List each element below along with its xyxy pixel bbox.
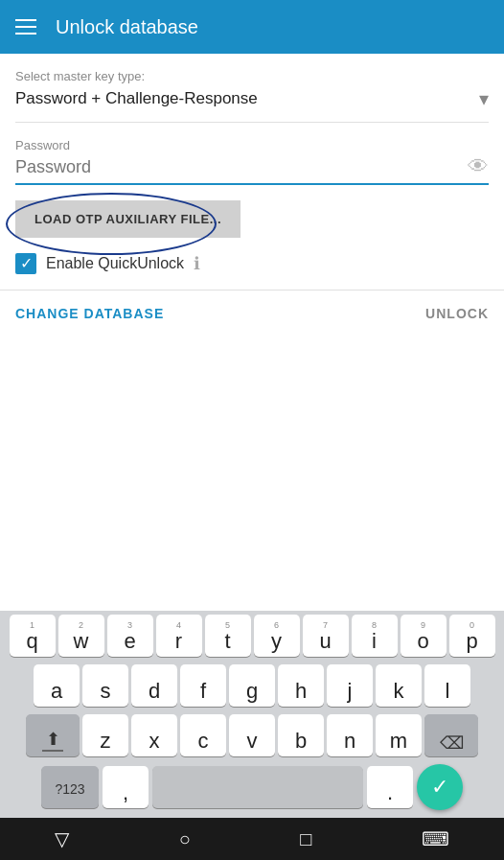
- top-bar: Unlock database: [0, 0, 504, 54]
- key-z[interactable]: z: [82, 714, 128, 756]
- keyboard-row-3: ⬆ z x c v b n m ⌫: [0, 710, 504, 760]
- key-g[interactable]: g: [229, 664, 275, 707]
- change-database-button[interactable]: CHANGE DATABASE: [15, 306, 164, 321]
- key-p[interactable]: 0p: [449, 615, 495, 657]
- key-x[interactable]: x: [131, 714, 177, 756]
- key-o[interactable]: 9o: [401, 615, 447, 657]
- key-r[interactable]: 4r: [156, 615, 202, 657]
- unlock-button[interactable]: UNLOCK: [425, 306, 489, 321]
- otp-auxiliary-file-button[interactable]: LOAD OTP AUXILIARY FILE...: [15, 200, 241, 238]
- keyboard-row-2: a s d f g h j k l: [0, 661, 504, 710]
- nav-bar: ▽ ○ □ ⌨: [0, 818, 504, 860]
- key-y[interactable]: 6y: [254, 615, 300, 657]
- key-u[interactable]: 7u: [303, 615, 349, 657]
- comma-key[interactable]: ,: [103, 766, 149, 808]
- backspace-key[interactable]: ⌫: [424, 714, 478, 756]
- quickunlock-row: ✓ Enable QuickUnlock ℹ: [15, 253, 489, 274]
- key-h[interactable]: h: [278, 664, 324, 707]
- master-key-label: Select master key type:: [15, 54, 489, 87]
- key-c[interactable]: c: [180, 714, 226, 756]
- key-l[interactable]: l: [424, 664, 470, 707]
- key-j[interactable]: j: [327, 664, 373, 707]
- nav-keyboard-icon[interactable]: ⌨: [422, 827, 449, 850]
- action-row: CHANGE DATABASE UNLOCK: [15, 291, 489, 337]
- shift-key[interactable]: ⬆: [26, 714, 80, 756]
- num-sym-key[interactable]: ?123: [41, 766, 99, 808]
- key-b[interactable]: b: [278, 714, 324, 756]
- nav-home-icon[interactable]: ○: [179, 828, 191, 850]
- key-w[interactable]: 2w: [58, 615, 104, 657]
- quickunlock-checkbox[interactable]: ✓: [15, 253, 36, 274]
- key-t[interactable]: 5t: [205, 615, 251, 657]
- main-content: Select master key type: Password + Chall…: [0, 54, 504, 337]
- key-e[interactable]: 3e: [107, 615, 153, 657]
- keyboard: 1q 2w 3e 4r 5t 6y 7u 8i 9o 0p a s d f g …: [0, 611, 504, 818]
- keyboard-row-4: ?123 , . ✓: [0, 760, 504, 818]
- checkbox-check-icon: ✓: [20, 256, 33, 271]
- key-k[interactable]: k: [376, 664, 422, 707]
- master-key-value: Password + Challenge-Response: [15, 89, 258, 108]
- master-key-dropdown[interactable]: Password + Challenge-Response ▾: [15, 87, 489, 123]
- key-f[interactable]: f: [180, 664, 226, 707]
- key-i[interactable]: 8i: [352, 615, 398, 657]
- nav-recents-icon[interactable]: □: [300, 828, 311, 850]
- eye-icon[interactable]: 👁: [468, 154, 489, 179]
- password-input[interactable]: [15, 157, 468, 177]
- info-icon[interactable]: ℹ: [194, 253, 200, 274]
- password-section: Password 👁: [15, 123, 489, 185]
- key-d[interactable]: d: [131, 664, 177, 707]
- key-a[interactable]: a: [34, 664, 80, 707]
- key-m[interactable]: m: [376, 714, 422, 756]
- key-v[interactable]: v: [229, 714, 275, 756]
- done-key[interactable]: ✓: [417, 764, 463, 810]
- quickunlock-label: Enable QuickUnlock: [46, 255, 184, 272]
- keyboard-row-1: 1q 2w 3e 4r 5t 6y 7u 8i 9o 0p: [0, 611, 504, 661]
- space-key[interactable]: [152, 766, 363, 808]
- key-q[interactable]: 1q: [10, 615, 56, 657]
- password-label: Password: [15, 138, 489, 152]
- dropdown-arrow-icon: ▾: [479, 87, 489, 110]
- key-n[interactable]: n: [327, 714, 373, 756]
- hamburger-menu-icon[interactable]: [15, 19, 36, 35]
- period-key[interactable]: .: [367, 766, 413, 808]
- key-s[interactable]: s: [82, 664, 128, 707]
- page-title: Unlock database: [56, 16, 198, 38]
- nav-back-icon[interactable]: ▽: [55, 827, 69, 850]
- otp-section: LOAD OTP AUXILIARY FILE...: [15, 200, 489, 238]
